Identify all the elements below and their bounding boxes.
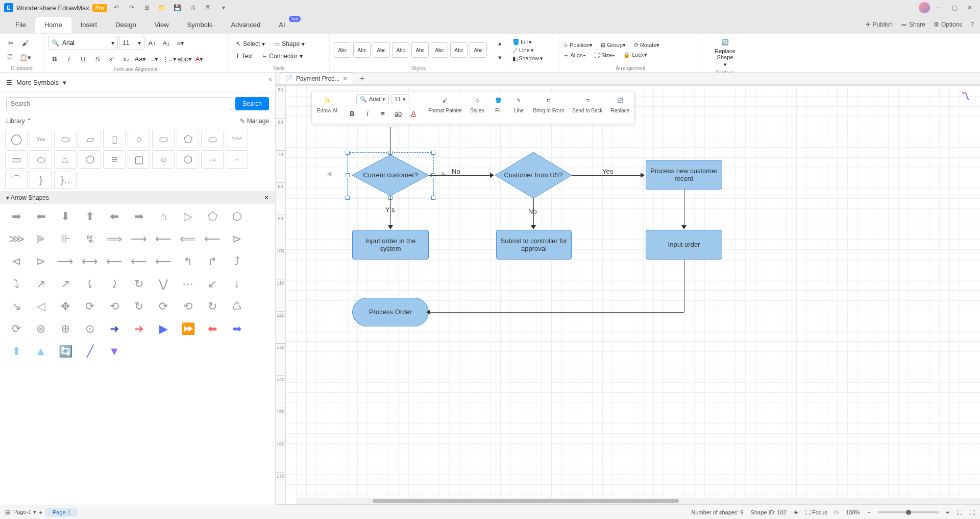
float-align[interactable]: ≡: [376, 107, 389, 121]
arrow-shape[interactable]: ⟵: [103, 251, 126, 272]
color-swatch[interactable]: [680, 504, 686, 505]
arrow-shape[interactable]: ⊪: [54, 229, 77, 249]
style-preset[interactable]: Abc: [353, 42, 371, 58]
color-swatch[interactable]: [726, 504, 732, 505]
arrow-shape[interactable]: ⟳: [79, 296, 101, 317]
color-swatch[interactable]: [541, 504, 547, 505]
style-preset[interactable]: Abc: [411, 42, 429, 58]
arrow-shape[interactable]: ⬅: [201, 319, 224, 339]
color-swatch[interactable]: [574, 504, 580, 505]
arrow-shape[interactable]: ↯: [79, 229, 101, 249]
float-font-select[interactable]: 🔍 Arial ▾: [356, 95, 389, 104]
gallery-up-button[interactable]: ▴: [493, 36, 506, 50]
color-swatch[interactable]: [401, 504, 407, 505]
float-send-back[interactable]: ⊐Send to Back: [570, 95, 604, 113]
color-swatch[interactable]: [587, 504, 593, 505]
superscript-button[interactable]: x²: [105, 52, 118, 65]
arrow-shape[interactable]: ⟹: [103, 229, 126, 249]
publish-button[interactable]: ✈ Publish: [866, 21, 893, 28]
font-size-select[interactable]: 11▾: [119, 36, 144, 50]
arrow-shape[interactable]: ⟲: [103, 296, 126, 317]
menu-symbols[interactable]: Symbols: [178, 17, 222, 33]
color-swatch[interactable]: [408, 504, 414, 505]
color-swatch[interactable]: [454, 504, 460, 505]
shape-display[interactable]: ⬭: [201, 130, 224, 148]
arrow-shape[interactable]: ➜: [103, 319, 126, 339]
arrow-shape[interactable]: ➜: [128, 319, 150, 339]
label-no2[interactable]: No: [528, 207, 537, 215]
shape-input-system[interactable]: Input order in the system: [352, 230, 429, 260]
arrow-shape[interactable]: ▶: [152, 319, 175, 339]
color-swatch[interactable]: [567, 504, 573, 505]
float-replace[interactable]: 🔄Replace: [608, 95, 631, 113]
color-swatch[interactable]: [693, 504, 699, 505]
color-swatch[interactable]: [481, 504, 487, 505]
arrow-shape[interactable]: ⋙: [5, 229, 28, 249]
color-swatch[interactable]: [288, 504, 295, 505]
arrow-shape[interactable]: ⟲: [177, 296, 199, 317]
color-swatch[interactable]: [793, 504, 799, 505]
arrow-shape[interactable]: ◁: [30, 296, 52, 317]
color-swatch[interactable]: [607, 504, 613, 505]
color-swatch[interactable]: [633, 504, 640, 505]
open-button[interactable]: 📁: [156, 2, 168, 14]
fullscreen-icon[interactable]: ⛶: [969, 509, 975, 515]
bold-button[interactable]: B: [48, 52, 61, 65]
color-swatch[interactable]: [474, 504, 480, 505]
arrow-shape[interactable]: ⟶: [54, 251, 77, 272]
label-yes2[interactable]: Y s: [385, 206, 395, 214]
color-swatch[interactable]: [720, 504, 726, 505]
rotate-button[interactable]: ⟳ Rotate▾: [634, 42, 659, 49]
arrow-shape[interactable]: ⬅: [30, 206, 52, 227]
color-swatch[interactable]: [673, 504, 679, 505]
zoom-in-button[interactable]: +: [946, 509, 949, 515]
float-color[interactable]: A: [407, 107, 420, 121]
float-fill[interactable]: 🪣Fill: [490, 95, 506, 113]
minimize-button[interactable]: —: [933, 2, 945, 14]
color-swatch[interactable]: [554, 504, 560, 505]
color-swatch[interactable]: [381, 504, 387, 505]
float-styles[interactable]: ◇Styles: [468, 95, 486, 113]
arrow-shape[interactable]: ⟸: [177, 229, 199, 249]
group-button[interactable]: ⊞ Group▾: [601, 42, 626, 49]
shape-circle[interactable]: ○: [128, 130, 150, 148]
style-preset[interactable]: Abc: [431, 42, 448, 58]
shape-rounded[interactable]: ⬭: [30, 150, 52, 169]
color-swatch[interactable]: [779, 504, 786, 505]
arrow-shape[interactable]: ⟷: [79, 251, 101, 272]
color-swatch[interactable]: [534, 504, 540, 505]
color-swatch[interactable]: [773, 504, 779, 505]
color-swatch[interactable]: [355, 504, 361, 505]
arrow-shape[interactable]: ✥: [54, 296, 77, 317]
style-preset[interactable]: Abc: [392, 42, 409, 58]
close-tab-button[interactable]: ✕: [342, 75, 348, 82]
format-painter-button[interactable]: 🖌: [18, 36, 32, 50]
arrow-shape[interactable]: ↙: [201, 274, 224, 294]
float-bold[interactable]: B: [346, 107, 359, 121]
arrow-shape[interactable]: ⬅: [103, 206, 126, 227]
color-swatch[interactable]: [388, 504, 394, 505]
arrow-shape[interactable]: ⤸: [103, 274, 126, 294]
arrow-shape[interactable]: ⊛: [30, 319, 52, 339]
text-tool[interactable]: T Text: [232, 51, 257, 62]
shape-process-new[interactable]: Process new customer record: [646, 160, 722, 190]
shape-circ2[interactable]: ○: [152, 150, 175, 169]
arrow-shape[interactable]: ⬇: [54, 206, 77, 227]
shape-customer-us[interactable]: Customer from US?: [495, 152, 572, 198]
focus-button[interactable]: ⛶ Focus: [805, 509, 827, 515]
color-swatch[interactable]: [733, 504, 739, 505]
shape-card[interactable]: ▱: [79, 130, 101, 148]
color-swatch[interactable]: [813, 504, 819, 505]
gallery-down-button[interactable]: ▾: [493, 51, 506, 64]
color-swatch[interactable]: [713, 504, 719, 505]
arrow-shapes-header[interactable]: ▾ Arrow Shapes: [6, 194, 49, 201]
arrow-shape[interactable]: ↻: [128, 274, 150, 294]
shape-brace2[interactable]: }‥: [54, 171, 77, 189]
text-direction-button[interactable]: abc▾: [178, 52, 192, 65]
menu-insert[interactable]: Insert: [71, 17, 107, 33]
arrow-shape[interactable]: ⬠: [201, 206, 224, 227]
line-button[interactable]: ／ Line ▾: [512, 46, 543, 54]
strike-button[interactable]: S: [91, 52, 104, 65]
arrow-shape[interactable]: ♺: [226, 296, 248, 317]
library-label[interactable]: Library ⌃: [6, 117, 32, 125]
